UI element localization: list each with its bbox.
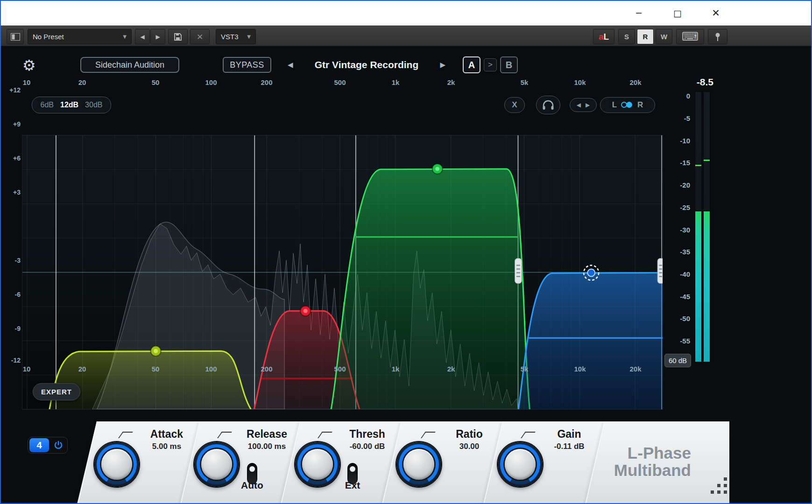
threshold-label: Thresh xyxy=(331,428,403,441)
titlebar: ─ □ ✕ xyxy=(1,1,811,26)
plugin-area: ⚙ Sidechain Audition BYPASS ◀ Gtr Vintag… xyxy=(1,47,811,504)
remove-preset-button[interactable]: ✕ xyxy=(190,29,210,44)
pin-icon[interactable] xyxy=(708,29,727,44)
meter-fill-left xyxy=(695,211,701,362)
band2-node-center xyxy=(304,309,308,313)
freq-tick: 20 xyxy=(72,365,92,373)
ratio-label: Ratio xyxy=(434,428,504,441)
bypass-button[interactable]: BYPASS xyxy=(223,57,271,73)
meter-tick: -45 xyxy=(669,293,690,301)
db-tick: +3 xyxy=(2,189,21,196)
knob-pointer xyxy=(521,432,536,438)
zoom-range-selector[interactable]: 6dB 12dB 30dB xyxy=(32,97,111,113)
release-value[interactable]: 100.00 ms xyxy=(231,442,303,451)
freq-tick: 10k xyxy=(570,365,590,373)
band-number[interactable]: 4 xyxy=(29,438,49,452)
keyboard-icon[interactable]: ⌨ xyxy=(676,29,704,44)
freq-tick: 20k xyxy=(625,78,646,86)
meter-range-button[interactable]: 60 dB xyxy=(664,354,691,367)
attack-value[interactable]: 5.00 ms xyxy=(132,442,202,451)
freq-tick: 2k xyxy=(441,78,461,86)
channel-l[interactable]: L xyxy=(612,100,617,110)
zoom-30db[interactable]: 30dB xyxy=(82,101,106,109)
freq-tick: 20k xyxy=(625,365,646,373)
attack-label: Attack xyxy=(132,428,202,441)
freq-tick: 100 xyxy=(201,365,221,373)
db-tick: -9 xyxy=(2,325,21,332)
freq-tick: 5k xyxy=(514,78,535,86)
maximize-button[interactable]: □ xyxy=(668,6,687,20)
format-dropdown[interactable]: VST3 ▼ xyxy=(216,29,256,44)
setup-a-button[interactable]: A xyxy=(463,56,480,73)
chevron-down-icon: ▼ xyxy=(247,34,251,39)
db-tick: +6 xyxy=(2,154,21,162)
gain-readout: Gain -0.11 dB xyxy=(534,428,604,451)
meter-tick: -10 xyxy=(669,137,690,145)
freq-tick: 20 xyxy=(72,78,92,86)
db-tick: +9 xyxy=(2,120,21,128)
plugin-brand: L-Phase Multiband xyxy=(606,444,691,479)
zoom-6db[interactable]: 6dB xyxy=(37,101,57,109)
freq-tick: 500 xyxy=(330,365,350,373)
meter-tick: -5 xyxy=(669,114,690,122)
automation-logo-button[interactable]: aL xyxy=(593,29,614,44)
sidechain-audition-button[interactable]: Sidechain Audition xyxy=(80,57,179,73)
zoom-12db[interactable]: 12dB xyxy=(57,101,82,109)
band4-fill[interactable] xyxy=(518,273,663,409)
copy-a-to-b-button[interactable]: > xyxy=(484,58,497,71)
write-automation-button[interactable]: W xyxy=(656,29,672,44)
logo-l: L xyxy=(603,32,609,42)
next-band-icon[interactable]: ▶ xyxy=(586,102,590,108)
setup-b-button[interactable]: B xyxy=(500,56,518,73)
meter-tick: -50 xyxy=(669,315,690,322)
power-icon xyxy=(54,441,63,450)
band-power-button[interactable] xyxy=(49,441,67,450)
media-panel-icon[interactable] xyxy=(7,29,24,44)
preset-prev-icon[interactable]: ◀ xyxy=(281,61,300,69)
ratio-readout: Ratio 30.00 xyxy=(434,428,504,451)
band-mute-button[interactable]: X xyxy=(504,97,525,113)
plugin-window: ─ □ ✕ No Preset ▼ ◀ ▶ ✕ VST3 ▼ aL S R W … xyxy=(0,0,812,504)
minimize-button[interactable]: ─ xyxy=(629,6,649,20)
preset-dropdown[interactable]: No Preset ▼ xyxy=(28,29,132,44)
ratio-value[interactable]: 30.00 xyxy=(434,442,504,451)
expert-mode-button[interactable]: EXPERT xyxy=(33,383,80,400)
release-label: Release xyxy=(231,428,303,441)
settings-gear-icon[interactable]: ⚙ xyxy=(22,56,36,74)
knob-pointer xyxy=(421,432,436,438)
knob-pointer xyxy=(217,432,232,438)
channel-r[interactable]: R xyxy=(637,100,643,110)
suspend-automation-button[interactable]: S xyxy=(618,29,635,44)
save-preset-button[interactable] xyxy=(168,29,188,44)
band-select-arrows[interactable]: ◀ ▶ xyxy=(570,98,597,112)
db-tick: +12 xyxy=(2,86,21,94)
audition-headphones-button[interactable] xyxy=(536,96,560,114)
stereo-link-icon[interactable] xyxy=(621,102,633,108)
meter-bar-right xyxy=(703,91,710,363)
gain-label: Gain xyxy=(534,428,604,441)
band4-node[interactable] xyxy=(587,269,595,277)
gain-value[interactable]: -0.11 dB xyxy=(534,442,604,451)
db-tick: -6 xyxy=(2,291,21,298)
format-dropdown-value: VST3 xyxy=(221,33,239,41)
crossover-grip[interactable] xyxy=(515,259,522,284)
floppy-icon xyxy=(174,33,182,41)
band1-fill[interactable] xyxy=(49,351,251,409)
preset-next-icon[interactable]: ▶ xyxy=(433,61,452,69)
close-button[interactable]: ✕ xyxy=(706,6,726,20)
read-automation-button[interactable]: R xyxy=(637,29,654,44)
channel-link-selector[interactable]: L R xyxy=(600,97,655,113)
previous-preset-button[interactable]: ◀ xyxy=(135,29,150,44)
band1-node-center xyxy=(154,349,158,353)
meter-tick: -55 xyxy=(669,337,690,345)
threshold-readout: Thresh -60.00 dB xyxy=(331,428,403,451)
threshold-value[interactable]: -60.00 dB xyxy=(331,442,403,451)
prev-band-icon[interactable]: ◀ xyxy=(577,102,581,108)
crossover-grip-right[interactable] xyxy=(657,259,663,284)
next-preset-button[interactable]: ▶ xyxy=(150,29,165,44)
knob-pointer xyxy=(118,432,133,438)
resize-grip[interactable] xyxy=(711,490,714,494)
freq-tick: 1k xyxy=(385,78,406,86)
band3-node-center xyxy=(435,167,439,171)
preset-name[interactable]: Gtr Vintage Recording xyxy=(300,59,434,70)
